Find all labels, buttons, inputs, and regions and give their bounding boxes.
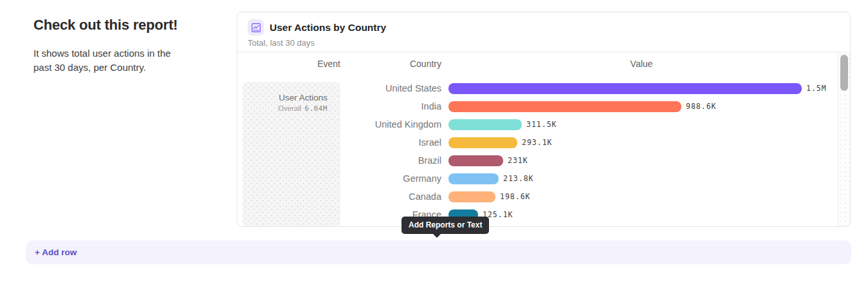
chart-row: France125.1K bbox=[237, 206, 837, 224]
value-label: 311.5K bbox=[526, 120, 557, 129]
chart-row: Canada198.6K bbox=[237, 188, 837, 206]
page-description: It shows total user actions in the past … bbox=[33, 46, 184, 75]
country-label: India bbox=[237, 101, 441, 111]
add-row-button[interactable]: + Add row bbox=[26, 240, 851, 264]
add-row-label: + Add row bbox=[35, 247, 77, 257]
card-title: User Actions by Country bbox=[270, 22, 386, 34]
value-label: 988.6K bbox=[686, 102, 717, 111]
country-label: Brazil bbox=[237, 155, 441, 166]
value-label: 293.1K bbox=[522, 138, 553, 147]
card-header: User Actions by Country Total, last 30 d… bbox=[237, 12, 850, 52]
bar[interactable] bbox=[448, 191, 495, 202]
value-label: 198.6K bbox=[500, 192, 531, 201]
chart-rows: United States1.5MIndia988.6KUnited Kingd… bbox=[237, 79, 837, 224]
chart-row: United States1.5M bbox=[237, 79, 837, 97]
value-label: 231K bbox=[508, 156, 528, 165]
scrollbar-thumb[interactable] bbox=[840, 55, 848, 91]
country-label: United Kingdom bbox=[237, 119, 441, 130]
country-label: Germany bbox=[237, 173, 441, 184]
bar[interactable] bbox=[448, 101, 681, 112]
tooltip-arrow bbox=[432, 233, 441, 238]
report-card[interactable]: User Actions by Country Total, last 30 d… bbox=[237, 12, 851, 227]
tooltip: Add Reports or Text bbox=[402, 217, 489, 234]
page-title: Check out this report! bbox=[33, 17, 184, 34]
chart-row: India988.6K bbox=[237, 97, 837, 115]
bar[interactable] bbox=[448, 173, 499, 184]
column-header-value: Value bbox=[448, 59, 835, 69]
bar[interactable] bbox=[448, 119, 522, 130]
country-label: Canada bbox=[237, 191, 441, 202]
country-label: United States bbox=[237, 83, 441, 93]
bar[interactable] bbox=[448, 155, 503, 166]
chart-row: Germany213.8K bbox=[237, 170, 837, 188]
chart-area: Event Country Value User Actions Overall… bbox=[237, 52, 850, 226]
line-chart-icon bbox=[248, 19, 264, 35]
chart-row: United Kingdom311.5K bbox=[237, 115, 837, 133]
intro-text-block: Check out this report! It shows total us… bbox=[33, 17, 184, 75]
value-label: 213.8K bbox=[503, 174, 534, 183]
column-header-event: Event bbox=[243, 59, 340, 69]
scrollbar-track[interactable] bbox=[838, 52, 850, 226]
chart-row: Israel293.1K bbox=[237, 133, 837, 151]
country-label: Israel bbox=[237, 137, 441, 148]
column-header-country: Country bbox=[347, 59, 441, 69]
value-label: 1.5M bbox=[806, 84, 827, 93]
card-subtitle: Total, last 30 days bbox=[248, 38, 840, 48]
chart-row: Brazil231K bbox=[237, 151, 837, 170]
bar[interactable] bbox=[448, 137, 517, 148]
bar[interactable] bbox=[448, 83, 802, 94]
tooltip-label: Add Reports or Text bbox=[409, 220, 482, 229]
